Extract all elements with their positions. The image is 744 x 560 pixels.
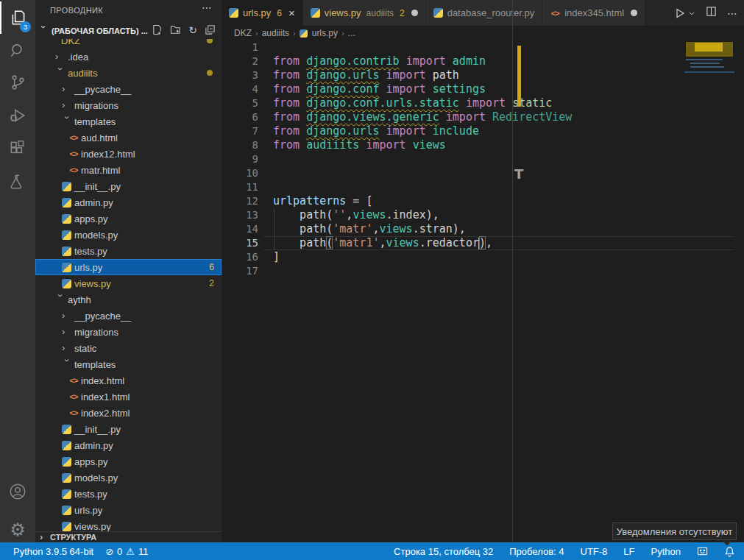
tree-item-models.py[interactable]: models.py [35, 469, 222, 486]
python-interpreter[interactable]: Python 3.9.5 64-bit [13, 546, 93, 557]
tree-item-views.py[interactable]: views.py2 [35, 275, 222, 291]
tree-item-label: urls.py [74, 505, 102, 516]
code-line-9[interactable]: 9 [222, 152, 744, 166]
code-line-11[interactable]: 11 [222, 180, 744, 194]
python-file-icon [62, 198, 71, 208]
tab-index345.html[interactable]: <>index345.html [542, 0, 645, 26]
search-icon[interactable] [0, 35, 35, 67]
code-line-15[interactable]: 15 path('matr1',views.redactor), [222, 236, 744, 250]
tree-item-admin.py[interactable]: admin.py [35, 194, 222, 210]
split-editor-icon[interactable] [706, 6, 717, 20]
tab-views.py[interactable]: views.pyaudiiits2 [303, 0, 426, 26]
code-line-6[interactable]: 6from django.views.generic import Redire… [222, 110, 744, 124]
chevron-down-icon: › [55, 294, 66, 304]
breadcrumb-separator-icon: › [255, 29, 258, 38]
outline-section-header[interactable]: › СТРУКТУРА [35, 531, 222, 542]
tree-item-tests.py[interactable]: tests.py [35, 486, 222, 502]
tree-item-index.html[interactable]: <>index.html [35, 372, 222, 389]
cursor-position[interactable]: Строка 15, столбец 32 [394, 546, 493, 557]
tree-item-templates[interactable]: ›templates [35, 113, 222, 130]
problems-indicator[interactable]: ⊘ 0 ⚠ 11 [105, 546, 148, 557]
tree-item-audiiits[interactable]: ›audiiits [35, 65, 222, 81]
breadcrumb-item[interactable]: DKZ [234, 28, 252, 38]
code-line-13[interactable]: 13 path('',views.index), [222, 208, 744, 222]
testing-icon[interactable] [0, 166, 35, 198]
tree-item-tests.py[interactable]: tests.py [35, 243, 222, 259]
code-line-2[interactable]: 2from django.contrib import admin [222, 54, 744, 68]
tree-item-urls.py[interactable]: urls.py6 [35, 259, 222, 275]
tab-urls.py[interactable]: urls.py6× [222, 0, 303, 26]
code-line-17[interactable]: 17 [222, 264, 744, 278]
tree-item-admin.py[interactable]: admin.py [35, 437, 222, 453]
tree-item-__pycache__[interactable]: ›__pycache__ [35, 81, 222, 97]
code-line-14[interactable]: 14 path('matr',views.stran), [222, 222, 744, 236]
new-file-icon[interactable] [152, 24, 163, 38]
tree-item-views.py[interactable]: views.py [35, 518, 222, 531]
tree-item-index12.html[interactable]: <>index12.html [35, 146, 222, 162]
indentation[interactable]: Пробелов: 4 [509, 546, 564, 557]
code-line-7[interactable]: 7from django.urls import include [222, 124, 744, 138]
line-number: 16 [222, 250, 258, 264]
run-debug-icon[interactable] [0, 99, 35, 132]
tree-item-migrations[interactable]: ›migrations [35, 324, 222, 340]
settings-gear-icon[interactable]: ⚙ [0, 514, 35, 546]
sidebar-more-actions[interactable]: ⋯ [202, 1, 213, 13]
close-icon[interactable]: × [288, 7, 295, 19]
code-line-5[interactable]: 5from django.conf.urls.static import sta… [222, 96, 744, 110]
tree-item-static[interactable]: ›static [35, 340, 222, 356]
line-number: 8 [222, 138, 258, 152]
tree-item-apps.py[interactable]: apps.py [35, 210, 222, 227]
html-file-icon: <> [550, 9, 560, 18]
breadcrumb-item[interactable]: urls.py [312, 28, 338, 38]
tree-item-index2.html[interactable]: <>index2.html [35, 405, 222, 421]
tree-item-apps.py[interactable]: apps.py [35, 453, 222, 469]
tab-database_roouter.py[interactable]: database_roouter.py [426, 0, 543, 26]
encoding[interactable]: UTF-8 [581, 546, 608, 557]
tree-item-models.py[interactable]: models.py [35, 227, 222, 243]
tree-item-aythh[interactable]: ›aythh [35, 291, 222, 308]
more-actions-icon[interactable]: ⋯ [727, 7, 738, 19]
python-file-icon [62, 182, 71, 191]
breadcrumb-item[interactable]: audiiits [262, 28, 289, 38]
tree-item-.idea[interactable]: ›.idea [35, 49, 222, 65]
explorer-icon[interactable]: 3 [0, 1, 35, 34]
tree-item-__pycache__[interactable]: ›__pycache__ [35, 308, 222, 324]
code-line-4[interactable]: 4from django.conf import settings [222, 82, 744, 96]
minimap[interactable] [684, 40, 734, 542]
code-line-8[interactable]: 8from audiiits import views [222, 138, 744, 152]
extensions-icon[interactable] [0, 132, 35, 165]
language-mode[interactable]: Python [651, 546, 681, 557]
tree-item-index1.html[interactable]: <>index1.html [35, 389, 222, 405]
tree-item-templates[interactable]: ›templates [35, 356, 222, 372]
tree-item-__init__.py[interactable]: __init__.py [35, 178, 222, 194]
breadcrumb-item[interactable]: ... [348, 28, 355, 38]
code-line-12[interactable]: 12urlpatterns = [ [222, 194, 744, 208]
collapse-all-icon[interactable] [205, 24, 216, 38]
code-line-1[interactable]: 1 [222, 40, 744, 54]
overview-ruler-mark: T [514, 168, 523, 181]
code-line-3[interactable]: 3from django.urls import path [222, 68, 744, 82]
tree-item-DKZ[interactable]: ›DKZ [35, 39, 222, 49]
eol[interactable]: LF [623, 546, 634, 557]
code-editor[interactable]: 12from django.contrib import admin3from … [222, 40, 744, 542]
python-file-icon [62, 441, 71, 450]
refresh-icon[interactable]: ↻ [188, 24, 197, 38]
code-line-10[interactable]: 10 [222, 166, 744, 180]
source-control-icon[interactable] [0, 66, 35, 99]
workspace-label: (РАБОЧАЯ ОБЛАСТЬ) ... [52, 26, 148, 35]
new-folder-icon[interactable] [170, 24, 181, 38]
run-python-file-icon[interactable] [674, 7, 695, 19]
tree-item-urls.py[interactable]: urls.py [35, 502, 222, 518]
tree-item-matr.html[interactable]: <>matr.html [35, 162, 222, 178]
feedback-smiley-icon[interactable] [697, 546, 708, 557]
code-line-16[interactable]: 16] [222, 250, 744, 264]
python-file-icon [433, 8, 443, 18]
tree-item-__init__.py[interactable]: __init__.py [35, 421, 222, 437]
notifications-bell-icon[interactable] [724, 546, 735, 557]
tree-item-migrations[interactable]: ›migrations [35, 97, 222, 113]
tree-item-label: __pycache__ [74, 311, 131, 322]
account-icon[interactable] [0, 475, 35, 508]
line-number: 12 [222, 194, 258, 208]
tree-item-label: static [74, 343, 96, 354]
tree-item-aud.html[interactable]: <>aud.html [35, 130, 222, 146]
